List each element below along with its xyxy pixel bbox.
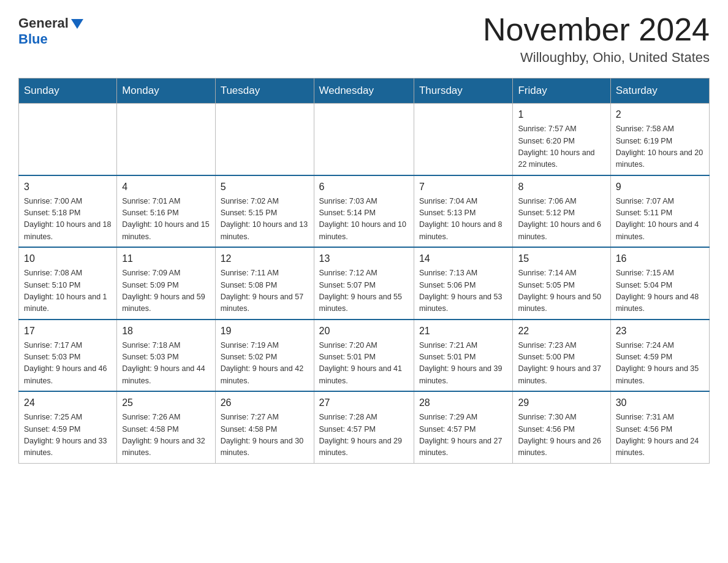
calendar-table: Sunday Monday Tuesday Wednesday Thursday… (18, 78, 710, 464)
table-row: 15Sunrise: 7:14 AMSunset: 5:05 PMDayligh… (513, 247, 610, 320)
calendar-week-row: 24Sunrise: 7:25 AMSunset: 4:59 PMDayligh… (19, 391, 710, 463)
day-number: 9 (616, 180, 704, 194)
table-row: 11Sunrise: 7:09 AMSunset: 5:09 PMDayligh… (117, 247, 215, 320)
day-number: 1 (518, 107, 605, 122)
day-info: Sunrise: 7:29 AMSunset: 4:57 PMDaylight:… (419, 412, 508, 459)
table-row: 17Sunrise: 7:17 AMSunset: 5:03 PMDayligh… (19, 320, 117, 392)
table-row: 8Sunrise: 7:06 AMSunset: 5:12 PMDaylight… (513, 175, 610, 248)
title-block: November 2024 Willoughby, Ohio, United S… (483, 12, 710, 66)
day-info: Sunrise: 7:57 AMSunset: 6:20 PMDaylight:… (518, 123, 605, 171)
day-number: 20 (319, 324, 409, 339)
day-info: Sunrise: 7:25 AMSunset: 4:59 PMDaylight:… (24, 412, 112, 459)
day-info: Sunrise: 7:17 AMSunset: 5:03 PMDaylight:… (24, 340, 112, 388)
table-row: 13Sunrise: 7:12 AMSunset: 5:07 PMDayligh… (314, 247, 414, 320)
logo: General Blue (18, 12, 83, 47)
col-monday: Monday (117, 79, 215, 104)
day-info: Sunrise: 7:00 AMSunset: 5:18 PMDaylight:… (24, 196, 112, 243)
day-info: Sunrise: 7:24 AMSunset: 4:59 PMDaylight:… (616, 340, 704, 388)
logo-triangle-icon (71, 19, 83, 29)
col-thursday: Thursday (414, 79, 513, 104)
table-row: 3Sunrise: 7:00 AMSunset: 5:18 PMDaylight… (19, 175, 117, 248)
day-number: 4 (122, 180, 210, 194)
day-info: Sunrise: 7:19 AMSunset: 5:02 PMDaylight:… (221, 340, 309, 388)
table-row: 28Sunrise: 7:29 AMSunset: 4:57 PMDayligh… (414, 391, 513, 463)
table-row: 24Sunrise: 7:25 AMSunset: 4:59 PMDayligh… (19, 391, 117, 463)
day-number: 14 (419, 251, 508, 266)
day-info: Sunrise: 7:09 AMSunset: 5:09 PMDaylight:… (122, 267, 210, 315)
day-number: 18 (122, 324, 210, 339)
table-row: 30Sunrise: 7:31 AMSunset: 4:56 PMDayligh… (610, 391, 709, 463)
table-row: 1Sunrise: 7:57 AMSunset: 6:20 PMDaylight… (513, 104, 610, 175)
day-info: Sunrise: 7:18 AMSunset: 5:03 PMDaylight:… (122, 340, 210, 388)
day-info: Sunrise: 7:15 AMSunset: 5:04 PMDaylight:… (616, 267, 704, 315)
day-info: Sunrise: 7:13 AMSunset: 5:06 PMDaylight:… (419, 267, 508, 315)
col-tuesday: Tuesday (215, 79, 314, 104)
page-header: General Blue November 2024 Willoughby, O… (18, 12, 710, 66)
day-info: Sunrise: 7:31 AMSunset: 4:56 PMDaylight:… (616, 412, 704, 459)
table-row (19, 104, 117, 175)
calendar-week-row: 3Sunrise: 7:00 AMSunset: 5:18 PMDaylight… (19, 175, 710, 248)
day-info: Sunrise: 7:04 AMSunset: 5:13 PMDaylight:… (419, 196, 508, 243)
day-info: Sunrise: 7:12 AMSunset: 5:07 PMDaylight:… (319, 267, 409, 315)
day-number: 2 (616, 107, 704, 122)
day-number: 22 (518, 324, 605, 339)
table-row: 18Sunrise: 7:18 AMSunset: 5:03 PMDayligh… (117, 320, 215, 392)
location-subtitle: Willoughby, Ohio, United States (483, 50, 710, 66)
table-row: 20Sunrise: 7:20 AMSunset: 5:01 PMDayligh… (314, 320, 414, 392)
table-row: 6Sunrise: 7:03 AMSunset: 5:14 PMDaylight… (314, 175, 414, 248)
day-number: 12 (221, 251, 309, 266)
table-row: 5Sunrise: 7:02 AMSunset: 5:15 PMDaylight… (215, 175, 314, 248)
col-wednesday: Wednesday (314, 79, 414, 104)
day-info: Sunrise: 7:08 AMSunset: 5:10 PMDaylight:… (24, 267, 112, 315)
table-row: 2Sunrise: 7:58 AMSunset: 6:19 PMDaylight… (610, 104, 709, 175)
table-row (215, 104, 314, 175)
col-sunday: Sunday (19, 79, 117, 104)
col-saturday: Saturday (610, 79, 709, 104)
day-info: Sunrise: 7:03 AMSunset: 5:14 PMDaylight:… (319, 196, 409, 243)
table-row: 14Sunrise: 7:13 AMSunset: 5:06 PMDayligh… (414, 247, 513, 320)
day-number: 23 (616, 324, 704, 339)
day-info: Sunrise: 7:23 AMSunset: 5:00 PMDaylight:… (518, 340, 605, 388)
day-info: Sunrise: 7:27 AMSunset: 4:58 PMDaylight:… (221, 412, 309, 459)
table-row (314, 104, 414, 175)
day-info: Sunrise: 7:01 AMSunset: 5:16 PMDaylight:… (122, 196, 210, 243)
day-number: 16 (616, 251, 704, 266)
day-number: 30 (616, 396, 704, 410)
month-title: November 2024 (483, 12, 710, 47)
day-number: 7 (419, 180, 508, 194)
day-info: Sunrise: 7:11 AMSunset: 5:08 PMDaylight:… (221, 267, 309, 315)
day-info: Sunrise: 7:58 AMSunset: 6:19 PMDaylight:… (616, 123, 704, 171)
table-row: 21Sunrise: 7:21 AMSunset: 5:01 PMDayligh… (414, 320, 513, 392)
day-info: Sunrise: 7:26 AMSunset: 4:58 PMDaylight:… (122, 412, 210, 459)
day-info: Sunrise: 7:28 AMSunset: 4:57 PMDaylight:… (319, 412, 409, 459)
day-number: 25 (122, 396, 210, 410)
table-row (117, 104, 215, 175)
calendar-week-row: 10Sunrise: 7:08 AMSunset: 5:10 PMDayligh… (19, 247, 710, 320)
day-number: 5 (221, 180, 309, 194)
table-row: 7Sunrise: 7:04 AMSunset: 5:13 PMDaylight… (414, 175, 513, 248)
logo-blue-text: Blue (18, 31, 48, 47)
day-info: Sunrise: 7:06 AMSunset: 5:12 PMDaylight:… (518, 196, 605, 243)
logo-general-text: General (18, 15, 69, 31)
table-row: 29Sunrise: 7:30 AMSunset: 4:56 PMDayligh… (513, 391, 610, 463)
day-info: Sunrise: 7:21 AMSunset: 5:01 PMDaylight:… (419, 340, 508, 388)
day-info: Sunrise: 7:20 AMSunset: 5:01 PMDaylight:… (319, 340, 409, 388)
day-number: 15 (518, 251, 605, 266)
calendar-week-row: 17Sunrise: 7:17 AMSunset: 5:03 PMDayligh… (19, 320, 710, 392)
table-row: 4Sunrise: 7:01 AMSunset: 5:16 PMDaylight… (117, 175, 215, 248)
day-number: 8 (518, 180, 605, 194)
day-info: Sunrise: 7:02 AMSunset: 5:15 PMDaylight:… (221, 196, 309, 243)
day-number: 28 (419, 396, 508, 410)
day-info: Sunrise: 7:07 AMSunset: 5:11 PMDaylight:… (616, 196, 704, 243)
day-number: 19 (221, 324, 309, 339)
day-number: 13 (319, 251, 409, 266)
day-number: 17 (24, 324, 112, 339)
day-number: 29 (518, 396, 605, 410)
table-row: 23Sunrise: 7:24 AMSunset: 4:59 PMDayligh… (610, 320, 709, 392)
day-number: 27 (319, 396, 409, 410)
calendar-header-row: Sunday Monday Tuesday Wednesday Thursday… (19, 79, 710, 104)
day-number: 6 (319, 180, 409, 194)
table-row: 19Sunrise: 7:19 AMSunset: 5:02 PMDayligh… (215, 320, 314, 392)
table-row: 22Sunrise: 7:23 AMSunset: 5:00 PMDayligh… (513, 320, 610, 392)
day-number: 24 (24, 396, 112, 410)
